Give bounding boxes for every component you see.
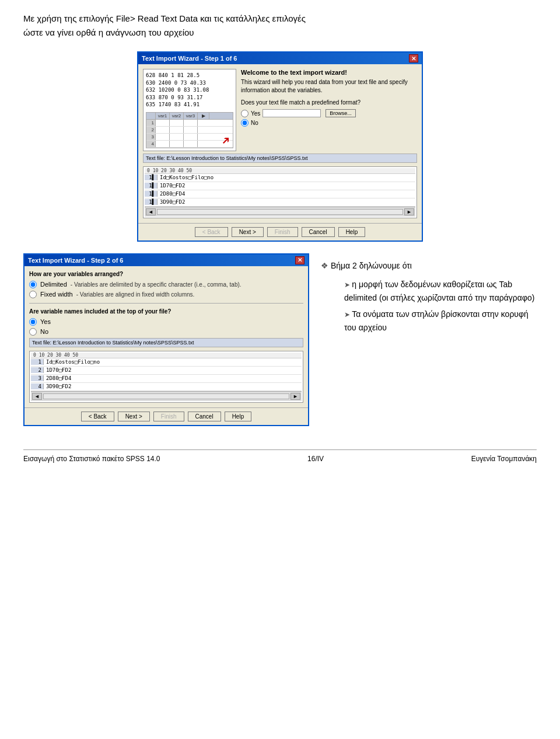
bullet-text-1: Βήμα 2 δηλώνουμε ότι [331,261,412,270]
wizard1-predefined-label: Does your text file match a predefined f… [241,99,417,106]
wizard2-delimited-desc: - Variables are delimited by a specific … [71,281,242,288]
wizard1-help-button[interactable]: Help [338,227,366,237]
table-row: 1▌ 1D70□FD2 [145,182,415,190]
wizard2-dialog: Text Import Wizard - Step 2 of 6 ✕ How a… [23,253,309,426]
footer-left: Εισαγωγή στο Στατιστικό πακέτο SPSS 14.0 [23,455,160,463]
scroll-right-button[interactable]: ► [290,393,300,400]
wizard2-finish-button[interactable]: Finish [153,412,184,421]
wizard1-filepath: Text file: E:\Lesson Introduction to Sta… [143,154,417,163]
scroll-track [43,393,289,399]
wizard2-radio-names-yes[interactable] [29,318,37,326]
wizard2-close-button[interactable]: ✕ [295,256,304,264]
header-section: Με χρήση της επιλογής File> Read Text Da… [23,12,537,40]
wizard2-help-button[interactable]: Help [225,412,252,421]
wizard1-ruler: 0 10 20 30 40 50 [145,168,415,174]
wizard1-preview-text: 628 840 1 81 28.5 630 2400 0 73 40.33 63… [146,72,233,109]
wizard1-close-button[interactable]: ✕ [409,54,418,62]
bullet-item-1: Βήμα 2 δηλώνουμε ότι [321,259,537,272]
table-row: 1▌ 3D90□FD2 [145,198,415,207]
wizard1-radio-yes-row: Yes Browse... [241,109,417,117]
wizard2-names-yes-row: Yes [29,318,303,326]
wizard1-welcome-desc: This wizard will help you read data from… [241,78,417,95]
scroll-right-button[interactable]: ► [404,208,414,215]
wizard1-radio-yes-label: Yes [251,110,260,117]
wizard1-welcome-title: Welcome to the text import wizard! [241,69,417,76]
wizard1-finish-button[interactable]: Finish [267,227,298,237]
wizard2-title: Text Import Wizard - Step 2 of 6 [28,257,124,264]
grid-row-2: 2 [146,127,233,134]
wizard1-radio-no-label: No [251,120,258,126]
wizard2-question1: How are your variables arranged? [29,271,303,277]
table-row: 1 Id□Kostos□Filo□no [31,358,302,367]
wizard2-names-yes-label: Yes [40,318,51,325]
wizard2-buttons: < Back Next > Finish Cancel Help [24,407,308,425]
wizard2-data-rows: 1 Id□Kostos□Filo□no 2 1D70□FD2 3 2D80□FD… [31,358,302,391]
table-row: 3 2D80□FD4 [31,375,302,383]
sub-bullet-1: η μορφή των δεδομένων καθορίζεται ως Tab… [344,278,537,304]
wizard2-delimited-label: Delimited [40,281,67,288]
wizard1-browse-field[interactable] [262,109,321,117]
wizard2-data-preview: 0 10 20 30 40 50 1 Id□Kostos□Filo□no 2 1… [29,351,303,403]
wizard2-radio-names-no[interactable] [29,328,37,336]
scroll-left-button[interactable]: ◄ [32,393,42,400]
wizard2-next-button[interactable]: Next > [118,412,150,421]
wizard1-preview: 628 840 1 81 28.5 630 2400 0 73 40.33 63… [143,69,236,151]
wizard2-radio-fixed[interactable] [29,291,37,298]
wizard2-filepath: Text file: E:\Lesson Introduction to Sta… [29,338,303,347]
grid-col-var2: var2 [170,113,184,119]
wizard2-names-no-row: No [29,328,303,336]
wizard2-scrollbar-bar: ◄ ► [31,391,302,401]
wizard2-question2: Are variable names included at the top o… [29,308,303,315]
right-panel: Βήμα 2 δηλώνουμε ότι η μορφή των δεδομέν… [321,253,537,340]
wizard1-radio-yes[interactable] [241,110,249,117]
wizard1-next-button[interactable]: Next > [232,227,264,237]
page-footer: Εισαγωγή στο Στατιστικό πακέτο SPSS 14.0… [23,449,537,463]
wizard2-separator [29,303,303,304]
wizard1-radio-no-row: No [241,119,417,127]
table-row: 2 1D70□FD2 [31,367,302,375]
wizard1-data-rows: 1▌ Id□Kostos□Filo□no 1▌ 1D70□FD2 1▌ 2D80… [145,174,415,207]
wizard1-back-button[interactable]: < Back [195,227,228,237]
wizard1-titlebar: Text Import Wizard - Step 1 of 6 ✕ [138,53,422,64]
wizard2-titlebar: Text Import Wizard - Step 2 of 6 ✕ [24,255,308,266]
wizard1-dialog: Text Import Wizard - Step 1 of 6 ✕ 628 8… [137,51,423,242]
wizard1-mini-grid: var1 var2 var3 ▶ 1 [146,112,233,148]
wizard2-fixed-desc: - Variables are aligned in fixed width c… [76,291,195,298]
header-line2: ώστε να γίνει ορθά η ανάγνωση του αρχείο… [23,26,537,40]
wizard2-fixed-label: Fixed width [40,291,73,298]
footer-right: Ευγενία Τσομπανάκη [471,455,537,463]
wizard1-buttons: < Back Next > Finish Cancel Help [138,223,422,240]
wizard1-browse-button[interactable]: Browse... [326,109,356,117]
wizard1-title: Text Import Wizard - Step 1 of 6 [142,55,237,62]
scroll-track [157,209,403,215]
wizard2-cancel-button[interactable]: Cancel [188,412,221,421]
table-row: 1▌ Id□Kostos□Filo□no [145,174,415,182]
grid-col-var1: var1 [156,113,170,119]
wizard2-back-button[interactable]: < Back [81,412,114,421]
wizard1-text-panel: Welcome to the text import wizard! This … [241,69,417,151]
wizard1-cancel-button[interactable]: Cancel [302,227,335,237]
grid-row-1: 1 [146,120,233,127]
sub-bullet-2: Τα ονόματα των στηλών βρίσκονται στην κο… [344,308,537,334]
table-row: 1▌ 2D80□FD4 [145,190,415,198]
grid-col-var3: var3 [184,113,198,119]
wizard1-data-preview: 0 10 20 30 40 50 1▌ Id□Kostos□Filo□no 1▌… [143,166,417,218]
scroll-left-button[interactable]: ◄ [146,208,156,215]
wizard1-scrollbar-bar: ◄ ► [145,207,415,217]
header-line1: Με χρήση της επιλογής File> Read Text Da… [23,12,537,26]
grid-row-4: 4 [146,141,233,148]
step2-section: Text Import Wizard - Step 2 of 6 ✕ How a… [23,253,537,426]
wizard1-radio-no[interactable] [241,119,249,127]
footer-center: 16/IV [307,455,324,463]
wizard2-fixed-row: Fixed width - Variables are aligned in f… [29,291,303,298]
wizard2-names-no-label: No [40,328,48,335]
table-row: 4 3D90□FD2 [31,383,302,391]
wizard2-radio-delimited[interactable] [29,281,37,288]
wizard2-delimited-row: Delimited - Variables are delimited by a… [29,281,303,288]
wizard2-ruler: 0 10 20 30 40 50 [31,353,302,358]
